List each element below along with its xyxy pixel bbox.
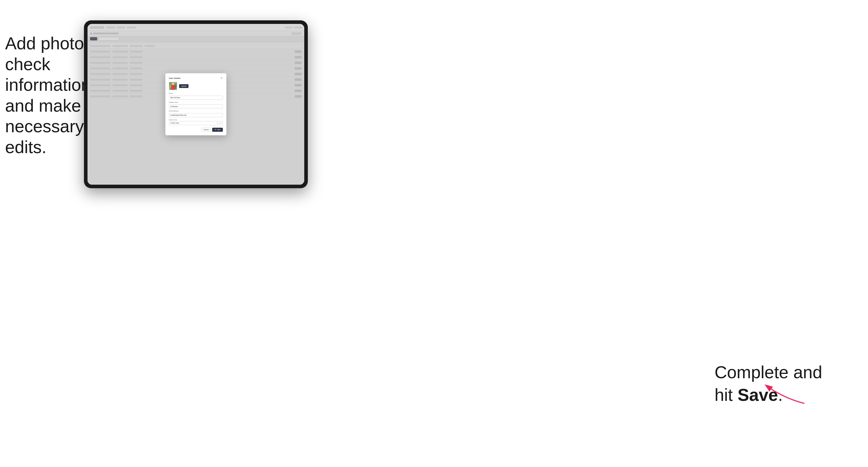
email-label: Email address	[169, 110, 223, 112]
modal-close-button[interactable]: ✕	[220, 77, 223, 80]
name-input[interactable]	[169, 96, 223, 100]
modal-overlay: User details ✕ Upload N	[88, 24, 304, 185]
school-year-label: School Year	[169, 119, 223, 121]
school-year-field-group: School Year Fourth Year ✕ ▲▼	[169, 119, 223, 125]
display-name-label: Display name	[169, 101, 223, 103]
email-field-group: Email address	[169, 110, 223, 117]
profile-photo-thumbnail	[169, 82, 177, 90]
tablet-screen: User details ✕ Upload N	[88, 24, 304, 185]
save-label: Save	[217, 129, 221, 130]
save-button[interactable]: ⬆ Save	[212, 128, 223, 132]
display-name-field-group: Display name	[169, 101, 223, 108]
modal-header: User details ✕	[169, 77, 223, 80]
tablet-device: User details ✕ Upload N	[84, 20, 308, 188]
display-name-input[interactable]	[169, 104, 223, 108]
cancel-button[interactable]: Cancel	[201, 128, 211, 132]
modal-title: User details	[169, 77, 180, 80]
photo-section: Upload	[169, 82, 223, 90]
user-details-modal: User details ✕ Upload N	[165, 73, 226, 135]
select-arrows-icon: ▲▼	[219, 122, 221, 124]
name-field-group: Name	[169, 93, 223, 100]
annotation-right: Complete and hit Save.	[715, 361, 822, 406]
app-background: User details ✕ Upload N	[88, 24, 304, 185]
school-year-select[interactable]: Fourth Year ✕ ▲▼	[169, 121, 223, 125]
save-icon: ⬆	[214, 129, 216, 131]
person-silhouette	[171, 84, 175, 90]
upload-photo-button[interactable]: Upload	[179, 84, 188, 88]
select-clear-icon[interactable]: ✕	[217, 122, 218, 124]
modal-footer: Cancel ⬆ Save	[169, 128, 223, 132]
name-label: Name	[169, 93, 223, 94]
school-year-value: Fourth Year	[170, 122, 179, 124]
profile-photo-image	[169, 82, 177, 90]
email-input[interactable]	[169, 113, 223, 117]
